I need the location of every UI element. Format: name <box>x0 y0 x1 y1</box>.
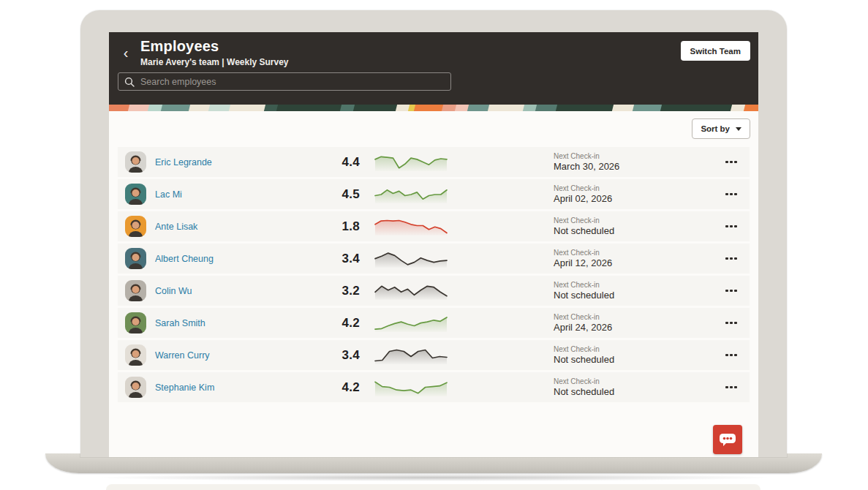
ellipsis-icon <box>725 161 728 164</box>
ellipsis-icon <box>734 386 737 389</box>
header-titles: Employees Marie Avery's team | Weekly Su… <box>140 38 289 67</box>
banner-segment <box>744 105 758 111</box>
trend-sparkline <box>373 217 449 236</box>
employee-row: Albert Cheung3.4Next Check-inApril 12, 2… <box>118 244 750 274</box>
next-checkin: Next Check-inApril 02, 2026 <box>554 184 720 204</box>
search-input[interactable] <box>140 77 445 87</box>
banner-segment <box>488 105 526 111</box>
survey-score: 1.8 <box>331 219 360 234</box>
trend-sparkline <box>373 346 449 365</box>
employee-name-link[interactable]: Colin Wu <box>155 286 331 296</box>
ellipsis-icon <box>725 290 728 293</box>
next-checkin-label: Next Check-in <box>554 345 720 353</box>
decorative-banner <box>109 105 758 111</box>
laptop-screen: ‹ Employees Marie Avery's team | Weekly … <box>80 10 787 457</box>
row-actions-button[interactable] <box>720 344 742 366</box>
next-checkin-value: April 02, 2026 <box>554 193 720 204</box>
row-actions-button[interactable] <box>720 184 742 206</box>
employee-name-link[interactable]: Lac Mi <box>155 189 331 200</box>
page-title: Employees <box>140 38 289 55</box>
employee-row: Warren Curry3.4Next Check-inNot schedule… <box>118 340 750 370</box>
row-actions-button[interactable] <box>720 248 742 270</box>
survey-score: 4.2 <box>331 316 360 331</box>
banner-segment <box>556 105 615 111</box>
next-checkin-value: Not scheduled <box>554 290 720 301</box>
page-subtitle: Marie Avery's team | Weekly Survey <box>140 57 289 67</box>
next-checkin-value: Not scheduled <box>554 354 720 365</box>
employee-row: Colin Wu3.2Next Check-inNot scheduled <box>118 276 750 306</box>
next-checkin: Next Check-inNot scheduled <box>554 281 720 301</box>
ellipsis-icon <box>734 193 737 196</box>
next-checkin: Next Check-inNot scheduled <box>554 377 720 397</box>
employee-row: Ante Lisak1.8Next Check-inNot scheduled <box>118 211 750 241</box>
chat-bubble-icon <box>717 429 738 450</box>
survey-score: 3.2 <box>331 284 360 298</box>
employee-name-link[interactable]: Stephanie Kim <box>155 382 331 393</box>
employee-name-link[interactable]: Warren Curry <box>155 350 331 361</box>
avatar <box>125 151 146 173</box>
ellipsis-icon <box>730 257 733 260</box>
employee-row: Stephanie Kim4.2Next Check-inNot schedul… <box>118 372 750 402</box>
app-header: ‹ Employees Marie Avery's team | Weekly … <box>109 32 758 105</box>
avatar <box>125 344 146 366</box>
avatar <box>125 312 146 333</box>
survey-score: 4.4 <box>331 155 360 170</box>
sort-by-button[interactable]: Sort by <box>692 118 750 139</box>
search-bar[interactable] <box>118 72 451 91</box>
ellipsis-icon <box>725 193 728 196</box>
survey-score: 4.2 <box>331 380 360 395</box>
employee-name-link[interactable]: Ante Lisak <box>155 222 331 232</box>
ellipsis-icon <box>730 193 733 196</box>
ellipsis-icon <box>734 225 737 228</box>
ellipsis-icon <box>730 225 733 228</box>
chat-button[interactable] <box>713 425 742 454</box>
trend-sparkline <box>373 378 449 397</box>
next-checkin-value: April 24, 2026 <box>554 322 720 333</box>
next-checkin-label: Next Check-in <box>554 249 720 257</box>
banner-segment <box>353 105 399 111</box>
employee-name-link[interactable]: Albert Cheung <box>155 254 331 264</box>
next-checkin-value: April 12, 2026 <box>554 257 720 268</box>
employee-row: Sarah Smith4.2Next Check-inApril 24, 202… <box>118 308 750 338</box>
banner-segment <box>660 105 733 111</box>
row-actions-button[interactable] <box>720 280 742 302</box>
switch-team-button[interactable]: Switch Team <box>681 41 750 61</box>
row-actions-button[interactable] <box>720 312 742 334</box>
banner-segment <box>161 105 192 111</box>
ellipsis-icon <box>734 290 737 293</box>
sort-by-label: Sort by <box>701 124 730 133</box>
chevron-down-icon <box>736 127 741 131</box>
background-element <box>106 484 761 490</box>
search-icon <box>124 77 135 87</box>
back-button[interactable]: ‹ <box>118 45 134 61</box>
ellipsis-icon <box>730 290 733 293</box>
avatar <box>125 216 146 237</box>
ellipsis-icon <box>734 322 737 325</box>
row-actions-button[interactable] <box>720 151 742 173</box>
employee-list: Eric Legrande4.4Next Check-inMarch 30, 2… <box>118 147 750 404</box>
next-checkin-value: Not scheduled <box>554 386 720 397</box>
next-checkin: Next Check-inApril 12, 2026 <box>554 249 720 268</box>
row-actions-button[interactable] <box>720 216 742 238</box>
avatar <box>125 377 146 398</box>
trend-sparkline <box>373 153 449 172</box>
avatar <box>125 184 146 205</box>
next-checkin-label: Next Check-in <box>554 313 720 321</box>
employee-name-link[interactable]: Eric Legrande <box>155 157 331 167</box>
banner-segment <box>414 105 445 111</box>
employee-row: Eric Legrande4.4Next Check-inMarch 30, 2… <box>118 147 750 177</box>
page-background: ‹ Employees Marie Avery's team | Weekly … <box>0 0 868 490</box>
row-actions-button[interactable] <box>720 377 742 399</box>
banner-segment <box>633 105 663 111</box>
ellipsis-icon <box>734 354 737 357</box>
next-checkin: Next Check-inApril 24, 2026 <box>554 313 720 333</box>
next-checkin: Next Check-inMarch 30, 2026 <box>554 152 720 172</box>
content-area: Sort by Eric Legrande4.4Next Check-inMar… <box>109 111 758 457</box>
ellipsis-icon <box>725 322 728 325</box>
next-checkin-value: Not scheduled <box>554 225 720 236</box>
employee-name-link[interactable]: Sarah Smith <box>155 318 331 328</box>
banner-segment <box>276 105 343 111</box>
avatar <box>125 280 146 301</box>
app-window: ‹ Employees Marie Avery's team | Weekly … <box>109 32 758 457</box>
ellipsis-icon <box>730 386 733 389</box>
